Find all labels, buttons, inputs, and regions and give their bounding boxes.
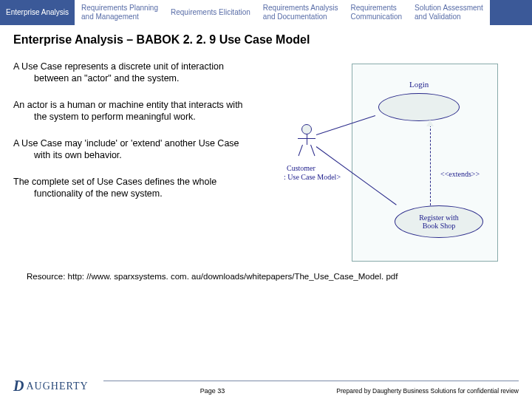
use-case-diagram: Login Customer : Use Case Model> <<exten… — [265, 61, 501, 267]
tab-requirements-elicitation[interactable]: Requirements Elicitation — [165, 0, 257, 25]
login-use-case-ellipse — [378, 93, 460, 121]
slide-title: Enterprise Analysis – BABOK 2. 2. 9 Use … — [13, 33, 519, 47]
daugherty-logo: D AUGHERTY — [13, 378, 89, 395]
tab-requirements-communication[interactable]: Requirements Communication — [345, 0, 409, 25]
footer-divider — [103, 381, 519, 381]
paragraph-3: A Use Case may 'include' or 'extend' ano… — [13, 137, 257, 161]
text-column: A Use Case represents a discrete unit of… — [13, 61, 257, 267]
paragraph-1: A Use Case represents a discrete unit of… — [13, 61, 257, 84]
tab-requirements-planning[interactable]: Requirements Planning and Management — [75, 0, 165, 25]
register-label: Register with Book Shop — [419, 214, 459, 230]
resource-link-text: Resource: http: //www. sparxsystems. com… — [13, 272, 519, 281]
slide-footer: D AUGHERTY Page 33 Prepared by Daugherty… — [0, 378, 532, 395]
login-label: Login — [409, 80, 429, 89]
tab-solution-assessment[interactable]: Solution Assessment and Validation — [409, 0, 490, 25]
model-label: : Use Case Model> — [284, 173, 341, 181]
tab-enterprise-analysis[interactable]: Enterprise Analysis — [0, 0, 75, 25]
extends-dashed-line — [430, 121, 431, 205]
logo-d-icon: D — [13, 378, 24, 395]
page-number: Page 33 — [200, 387, 225, 395]
tab-requirements-analysis[interactable]: Requirements Analysis and Documentation — [257, 0, 345, 25]
paragraph-4: The complete set of Use Cases defines th… — [13, 176, 257, 200]
paragraph-2: An actor is a human or machine entity th… — [13, 99, 257, 123]
extends-label: <<extends>> — [440, 170, 480, 178]
slide-content: Enterprise Analysis – BABOK 2. 2. 9 Use … — [0, 25, 532, 281]
logo-text: AUGHERTY — [26, 381, 88, 392]
actor-icon — [297, 124, 316, 161]
top-tabs: Enterprise Analysis Requirements Plannin… — [0, 0, 532, 25]
register-use-case-ellipse: Register with Book Shop — [395, 205, 483, 238]
actor-label: Customer — [287, 164, 316, 172]
prepared-by-text: Prepared by Daugherty Business Solutions… — [336, 387, 519, 395]
